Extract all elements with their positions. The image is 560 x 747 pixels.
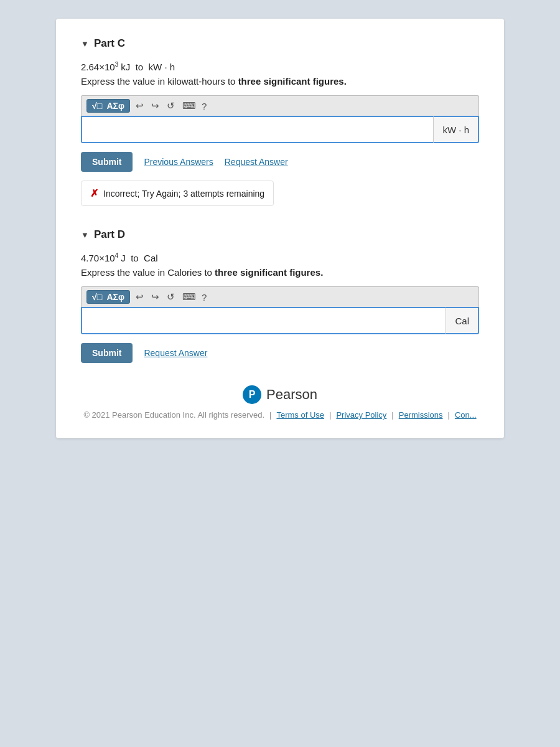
part-d-section: ▼ Part D 4.70×104 J to Cal Express the v… xyxy=(81,228,479,363)
footer-copyright: © 2021 Pearson Education Inc. All rights… xyxy=(83,410,264,420)
part-d-instruction: Express the value in Calories to three s… xyxy=(81,267,479,278)
part-d-unit-label: Cal xyxy=(446,307,479,334)
part-d-action-row: Submit Request Answer xyxy=(81,343,479,363)
part-d-keyboard-icon[interactable]: ⌨ xyxy=(180,290,198,304)
footer-links: © 2021 Pearson Education Inc. All rights… xyxy=(83,410,476,420)
part-c-submit-button[interactable]: Submit xyxy=(81,152,133,172)
part-c-refresh-icon[interactable]: ↺ xyxy=(165,99,177,113)
footer-separator-1: | xyxy=(269,410,271,420)
part-c-instruction: Express the value in kilowatt-hours to t… xyxy=(81,76,479,87)
part-d-input-row: Cal xyxy=(81,307,479,334)
part-c-section: ▼ Part C 2.64×103 kJ to kW · h Express t… xyxy=(81,37,479,206)
footer-terms-link[interactable]: Terms of Use xyxy=(276,410,324,420)
part-c-unit-label: kW · h xyxy=(433,116,479,143)
part-d-submit-button[interactable]: Submit xyxy=(81,343,133,363)
part-d-toolbar-wrapper: √□ ΑΣφ ↩ ↪ ↺ ⌨ ? Cal xyxy=(81,286,479,334)
part-d-refresh-icon[interactable]: ↺ xyxy=(165,290,177,304)
part-d-answer-input[interactable] xyxy=(81,307,446,334)
part-c-error-icon: ✗ xyxy=(90,187,98,199)
part-c-error-text: Incorrect; Try Again; 3 attempts remaini… xyxy=(103,189,264,199)
part-c-undo-icon[interactable]: ↩ xyxy=(134,99,146,113)
part-c-error-message: ✗ Incorrect; Try Again; 3 attempts remai… xyxy=(81,181,274,206)
part-c-input-wrapper: kW · h xyxy=(81,116,479,143)
pearson-logo: P Pearson xyxy=(243,385,317,404)
footer-permissions-link[interactable]: Permissions xyxy=(399,410,443,420)
part-c-toolbar: √□ ΑΣφ ↩ ↪ ↺ ⌨ ? xyxy=(81,95,479,116)
part-c-action-row: Submit Previous Answers Request Answer xyxy=(81,152,479,172)
part-d-collapse-arrow[interactable]: ▼ xyxy=(81,230,89,240)
pearson-label: Pearson xyxy=(266,387,317,403)
part-c-answer-input[interactable] xyxy=(81,116,433,143)
part-c-keyboard-icon[interactable]: ⌨ xyxy=(180,99,198,113)
pearson-footer: P Pearson © 2021 Pearson Education Inc. … xyxy=(81,385,479,420)
part-c-input-row: kW · h xyxy=(81,116,479,143)
footer-privacy-link[interactable]: Privacy Policy xyxy=(336,410,386,420)
part-c-help-icon[interactable]: ? xyxy=(202,101,207,111)
pearson-circle-icon: P xyxy=(243,385,261,404)
part-c-previous-answers-button[interactable]: Previous Answers xyxy=(144,157,213,167)
part-d-help-icon[interactable]: ? xyxy=(202,292,207,303)
part-d-header: ▼ Part D xyxy=(81,228,479,241)
part-c-request-answer-button[interactable]: Request Answer xyxy=(225,157,288,167)
footer-separator-2: | xyxy=(329,410,331,420)
part-c-title: Part C xyxy=(94,37,125,50)
part-c-math-input-btn[interactable]: √□ ΑΣφ xyxy=(86,99,130,113)
part-c-problem: 2.64×103 kJ to kW · h xyxy=(81,61,479,72)
part-d-toolbar: √□ ΑΣφ ↩ ↪ ↺ ⌨ ? xyxy=(81,286,479,307)
part-d-problem: 4.70×104 J to Cal xyxy=(81,252,479,263)
part-d-input-wrapper: Cal xyxy=(81,307,479,334)
part-d-request-answer-button[interactable]: Request Answer xyxy=(144,348,207,358)
footer-contact-link[interactable]: Con... xyxy=(455,410,477,420)
part-d-redo-icon[interactable]: ↪ xyxy=(149,290,161,304)
part-d-math-input-btn[interactable]: √□ ΑΣφ xyxy=(86,290,130,304)
footer-separator-4: | xyxy=(448,410,450,420)
part-d-undo-icon[interactable]: ↩ xyxy=(134,290,146,304)
part-c-toolbar-wrapper: √□ ΑΣφ ↩ ↪ ↺ ⌨ ? kW · h xyxy=(81,95,479,143)
footer-separator-3: | xyxy=(391,410,393,420)
part-d-title: Part D xyxy=(94,228,125,241)
part-c-redo-icon[interactable]: ↪ xyxy=(149,99,161,113)
part-c-collapse-arrow[interactable]: ▼ xyxy=(81,39,89,49)
part-c-header: ▼ Part C xyxy=(81,37,479,50)
